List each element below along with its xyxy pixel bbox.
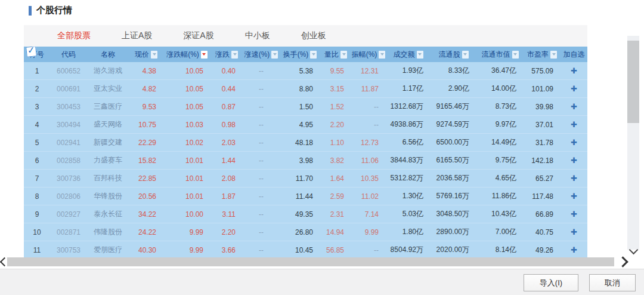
vertical-scrollbar[interactable] <box>627 36 639 250</box>
col-header-label: 量比 <box>324 50 339 60</box>
cell-pe: 142.18 <box>524 156 561 165</box>
col-header-chg[interactable]: 涨跌 <box>210 50 243 60</box>
tab-shenzhen-a[interactable]: 深证A股 <box>168 30 229 41</box>
add-to-watchlist-icon[interactable]: ✚ <box>571 228 577 236</box>
select-all-checkbox[interactable]: ✓ <box>26 47 37 57</box>
col-header-speed[interactable]: 涨速(%) <box>243 50 280 60</box>
col-header-amplitude[interactable]: 振幅(%) <box>351 50 386 60</box>
cell-name: 百邦科技 <box>87 173 129 183</box>
table-row[interactable]: 3300453三鑫医疗9.5310.050.87--1.501.52--1312… <box>24 98 587 116</box>
cell-chg_pct: 9.99 <box>163 228 210 236</box>
cell-float_shares: 3048.50万 <box>431 209 476 219</box>
add-to-watchlist-icon[interactable]: ✚ <box>571 138 577 147</box>
cell-speed: -- <box>243 174 280 183</box>
sort-icon[interactable] <box>310 51 317 59</box>
cell-name: 伟隆股份 <box>87 227 129 237</box>
sort-icon[interactable] <box>417 51 423 59</box>
cell-float_cap: 14.49亿 <box>476 137 524 148</box>
cell-amount: 6.56亿 <box>386 137 431 148</box>
add-to-watchlist-icon[interactable]: ✚ <box>571 210 577 219</box>
tab-bar: 全部股票上证A股深证A股中小板创业板 <box>24 25 587 47</box>
tab-chinext[interactable]: 创业板 <box>286 30 342 41</box>
cell-add: ✚ <box>561 245 587 254</box>
add-to-watchlist-icon[interactable]: ✚ <box>571 120 577 129</box>
cell-chg: 1.87 <box>210 192 243 201</box>
table-row[interactable]: 11300753爱朋医疗40.309.993.66--10.4556.85--8… <box>24 241 587 257</box>
col-header-amount[interactable]: 成交额 <box>386 50 431 60</box>
sort-icon[interactable] <box>462 51 469 59</box>
table-row[interactable]: 2000691亚太实业4.8210.050.44--8.803.1511.871… <box>24 80 587 98</box>
vertical-scrollbar-thumb[interactable] <box>627 41 639 123</box>
page-title-row: 个股行情 <box>29 5 72 16</box>
sort-icon[interactable] <box>231 51 238 59</box>
cell-chg: 0.87 <box>210 103 243 111</box>
table-row[interactable]: 10002871伟隆股份24.229.992.20--26.8014.949.9… <box>24 223 587 241</box>
cell-amplitude: 7.14 <box>351 210 386 219</box>
tab-shanghai-a[interactable]: 上证A股 <box>106 30 168 41</box>
table-row[interactable]: 9002927泰永长征34.2210.003.11--49.352.317.14… <box>24 205 587 223</box>
cell-code: 300494 <box>50 121 87 129</box>
cell-code: 002871 <box>50 228 87 236</box>
sort-icon[interactable] <box>550 51 557 59</box>
col-header-float_cap[interactable]: 流通市值 <box>476 50 524 60</box>
col-header-vol_ratio[interactable]: 量比 <box>320 50 351 60</box>
table-row[interactable]: 8002806华锋股份20.5610.011.87--11.442.5911.0… <box>24 188 587 205</box>
cell-vol_ratio: 1.52 <box>320 103 351 111</box>
cell-price: 34.22 <box>129 210 163 219</box>
cell-amount: 1.30亿 <box>386 191 431 201</box>
cell-add: ✚ <box>561 210 587 219</box>
cell-price: 24.22 <box>129 228 163 236</box>
table-row[interactable]: 6002858力盛赛车15.8210.011.44--3.983.8211.06… <box>24 152 587 170</box>
cell-float_cap: 8.14亿 <box>476 245 524 255</box>
import-button[interactable]: 导入(I) <box>524 274 578 291</box>
add-to-watchlist-icon[interactable]: ✚ <box>571 102 577 111</box>
cell-name: 盛天网络 <box>87 119 129 130</box>
sort-icon[interactable] <box>340 51 347 59</box>
cell-chg_pct: 10.03 <box>163 121 210 129</box>
add-to-watchlist-icon[interactable]: ✚ <box>571 84 577 93</box>
scroll-right-icon[interactable] <box>617 256 628 267</box>
tab-sme-board[interactable]: 中小板 <box>230 30 286 41</box>
col-header-turnover[interactable]: 换手(%) <box>280 50 320 60</box>
add-to-watchlist-icon[interactable]: ✚ <box>571 66 577 75</box>
cell-add: ✚ <box>561 156 587 165</box>
cell-speed: -- <box>243 85 280 93</box>
col-header-label: 成交额 <box>394 50 415 60</box>
sort-icon[interactable] <box>512 51 519 59</box>
cell-speed: -- <box>243 228 280 236</box>
table-row[interactable]: 1600652游久游戏4.3810.050.40--5.389.5512.311… <box>24 62 587 80</box>
col-header-label: 流通股 <box>439 50 460 60</box>
cell-vol_ratio: 14.94 <box>320 228 351 236</box>
col-header-price[interactable]: 现价 <box>129 50 163 60</box>
add-to-watchlist-icon[interactable]: ✚ <box>571 174 577 183</box>
title-accent-bar <box>29 6 32 16</box>
cell-speed: -- <box>243 67 280 75</box>
cell-no: 11 <box>24 246 50 254</box>
cell-code: 300736 <box>50 174 87 183</box>
col-header-name: 名称 <box>87 50 129 60</box>
col-header-float_shares[interactable]: 流通股 <box>431 50 476 60</box>
cell-price: 22.85 <box>129 174 163 183</box>
cell-price: 40.30 <box>129 246 163 254</box>
add-to-watchlist-icon[interactable]: ✚ <box>571 192 577 201</box>
sort-icon[interactable] <box>201 51 208 59</box>
cell-speed: -- <box>243 103 280 111</box>
sort-icon[interactable] <box>271 51 278 59</box>
tab-all-stocks[interactable]: 全部股票 <box>42 30 106 41</box>
cell-float_cap: 36.47亿 <box>476 66 524 76</box>
col-header-pe[interactable]: 市盈率 <box>524 50 561 60</box>
col-header-code: 代码 <box>50 50 87 60</box>
cell-turnover: 11.70 <box>280 174 320 183</box>
cell-pe: 575.09 <box>524 67 561 75</box>
col-header-chg_pct[interactable]: 涨跌幅(%) <box>163 50 210 60</box>
cell-code: 002927 <box>50 210 87 219</box>
sort-icon[interactable] <box>379 51 385 59</box>
add-to-watchlist-icon[interactable]: ✚ <box>571 245 577 254</box>
sort-icon[interactable] <box>151 51 157 59</box>
horizontal-scrollbar[interactable] <box>7 257 614 266</box>
cancel-button[interactable]: 取消 <box>589 274 636 291</box>
table-row[interactable]: 5002941新疆交建22.2910.022.03--48.181.1012.7… <box>24 134 587 152</box>
add-to-watchlist-icon[interactable]: ✚ <box>571 156 577 165</box>
table-row[interactable]: 7300736百邦科技22.8510.012.08--11.701.6410.3… <box>24 170 587 188</box>
table-row[interactable]: 4300494盛天网络10.7510.030.98--4.952.20--493… <box>24 116 587 134</box>
